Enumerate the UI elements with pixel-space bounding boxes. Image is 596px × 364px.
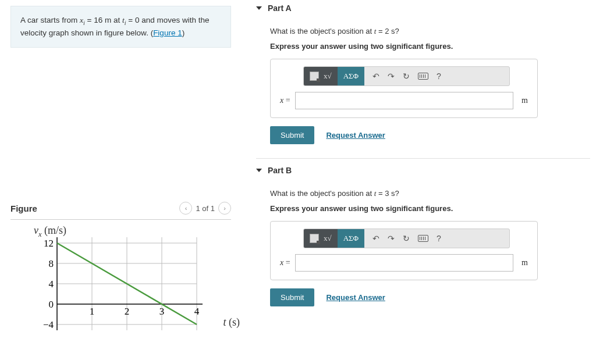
template-icon[interactable]	[310, 234, 319, 243]
figure-link[interactable]: Figure 1	[153, 28, 182, 37]
part-b-header[interactable]: Part B	[256, 162, 590, 179]
part-a-instruction: Express your answer using two significan…	[270, 42, 590, 51]
redo-icon[interactable]: ↷	[388, 72, 395, 81]
part-a-question: What is the object's position at t = 2 s…	[270, 27, 590, 36]
svg-text:8: 8	[49, 258, 54, 269]
figure-header: Figure ‹ 1 of 1 ›	[10, 202, 231, 220]
part-a-input[interactable]	[295, 92, 513, 109]
caret-down-icon	[256, 6, 262, 10]
svg-text:4: 4	[194, 306, 200, 317]
part-b-request-answer[interactable]: Request Answer	[326, 293, 385, 302]
svg-text:0: 0	[49, 299, 54, 310]
undo-icon[interactable]: ↶	[372, 72, 379, 81]
figure-title: Figure	[10, 204, 37, 213]
prev-figure-button[interactable]: ‹	[179, 202, 192, 215]
y-axis-label: vx (m/s)	[34, 224, 66, 239]
part-a-request-answer[interactable]: Request Answer	[326, 131, 385, 140]
part-b-question: What is the object's position at t = 3 s…	[270, 189, 590, 198]
equation-toolbar: x√ ΑΣΦ ↶ ↷ ↻ ?	[303, 66, 510, 86]
reset-icon[interactable]: ↻	[403, 234, 410, 243]
problem-statement: A car starts from xi = 16 m at ti = 0 an…	[10, 6, 231, 48]
keyboard-icon[interactable]	[418, 73, 428, 80]
svg-text:2: 2	[125, 306, 130, 317]
greek-button[interactable]: ΑΣΦ	[338, 229, 364, 248]
caret-down-icon	[256, 169, 262, 172]
part-a-unit: m	[522, 96, 528, 105]
svg-text:−4: −4	[43, 319, 54, 330]
part-b-body: What is the object's position at t = 3 s…	[256, 179, 590, 317]
template-icon[interactable]	[310, 72, 319, 81]
keyboard-icon[interactable]	[418, 235, 428, 242]
help-icon[interactable]: ?	[437, 234, 441, 243]
greek-button[interactable]: ΑΣΦ	[338, 67, 364, 85]
part-b-unit: m	[522, 258, 528, 267]
svg-text:12: 12	[44, 238, 54, 249]
chart-svg: 12 8 4 0 −4 1 2 3 4	[34, 237, 203, 342]
problem-text: A car starts from	[20, 16, 80, 24]
part-a-lhs: x =	[280, 96, 290, 105]
svg-text:3: 3	[159, 306, 165, 317]
equation-toolbar: x√ ΑΣΦ ↶ ↷ ↻ ?	[303, 229, 510, 248]
svg-text:1: 1	[90, 306, 95, 317]
part-a-body: What is the object's position at t = 2 s…	[256, 16, 590, 155]
part-b-input[interactable]	[295, 254, 513, 272]
sqrt-icon[interactable]: x√	[324, 72, 332, 81]
velocity-chart: vx (m/s)	[34, 237, 219, 344]
undo-icon[interactable]: ↶	[372, 234, 379, 243]
part-b-submit-button[interactable]: Submit	[270, 288, 314, 306]
reset-icon[interactable]: ↻	[403, 72, 410, 81]
next-figure-button[interactable]: ›	[218, 202, 231, 215]
figure-page-indicator: 1 of 1	[196, 204, 215, 213]
part-b-answer-box: x√ ΑΣΦ ↶ ↷ ↻ ? x = m	[270, 221, 538, 280]
part-a-label: Part A	[268, 3, 292, 13]
help-icon[interactable]: ?	[437, 72, 441, 81]
figure-pager: ‹ 1 of 1 ›	[179, 202, 231, 215]
figure-body: vx (m/s)	[10, 220, 231, 344]
part-b-label: Part B	[268, 166, 292, 175]
part-a-header[interactable]: Part A	[256, 0, 590, 16]
part-b-instruction: Express your answer using two significan…	[270, 204, 590, 213]
part-a-answer-box: x√ ΑΣΦ ↶ ↷ ↻ ? x = m	[270, 59, 538, 118]
part-divider	[256, 158, 590, 159]
part-b-lhs: x =	[280, 258, 290, 267]
sqrt-icon[interactable]: x√	[324, 234, 332, 243]
redo-icon[interactable]: ↷	[388, 234, 395, 243]
part-a-submit-button[interactable]: Submit	[270, 126, 314, 144]
x-axis-label: t (s)	[223, 316, 240, 329]
svg-text:4: 4	[49, 279, 54, 290]
